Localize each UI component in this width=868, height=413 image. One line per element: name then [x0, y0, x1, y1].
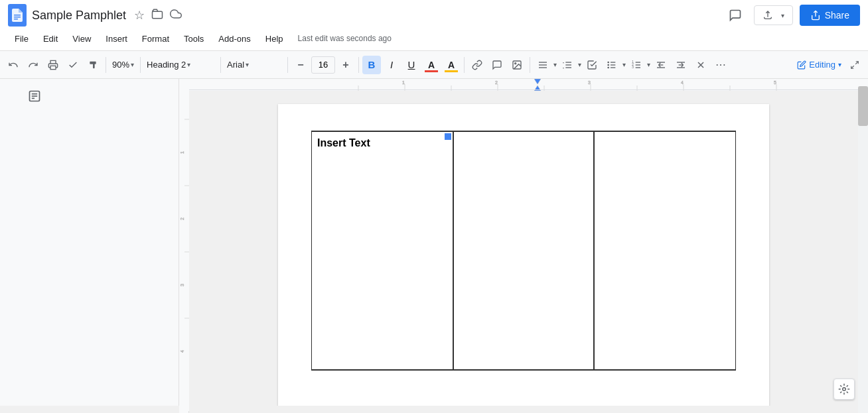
indent-less-btn[interactable] — [652, 56, 670, 74]
expand-btn[interactable] — [845, 56, 864, 74]
highlight-btn[interactable]: A — [442, 56, 461, 74]
ruler-svg: 1 2 3 4 5 — [179, 79, 868, 91]
vertical-ruler: 1 2 3 4 — [179, 86, 189, 413]
underline-btn[interactable]: U — [402, 56, 421, 74]
menu-bar: File Edit View Insert Format Tools Add-o… — [0, 27, 868, 50]
svg-text:2: 2 — [180, 217, 184, 220]
font-size-decrease-btn[interactable]: − — [291, 56, 310, 74]
clear-format-btn[interactable] — [691, 56, 710, 74]
menu-help[interactable]: Help — [259, 31, 290, 46]
table-cell-3[interactable] — [594, 131, 735, 370]
ruler: 1 2 3 4 5 — [179, 79, 868, 91]
sep4 — [287, 57, 288, 73]
assistant-btn[interactable] — [833, 379, 855, 400]
svg-text:1: 1 — [402, 80, 405, 85]
document-table[interactable]: Insert Text — [311, 131, 736, 371]
document-area[interactable]: 1 2 3 4 5 — [179, 79, 868, 406]
menu-format[interactable]: Format — [135, 31, 176, 46]
spellcheck-btn[interactable] — [64, 56, 82, 74]
editing-mode-label: Editing — [809, 60, 835, 70]
italic-btn[interactable]: I — [382, 56, 401, 74]
spacing-chevron[interactable]: ▾ — [578, 61, 581, 68]
page-wrapper: Insert Text — [179, 91, 868, 406]
menu-tools[interactable]: Tools — [177, 31, 210, 46]
comments-btn[interactable] — [723, 3, 747, 27]
header-right: ▾ Share — [723, 3, 860, 27]
share-button[interactable]: Share — [800, 5, 860, 26]
document-page[interactable]: Insert Text — [278, 104, 769, 406]
menu-insert[interactable]: Insert — [99, 31, 134, 46]
link-btn[interactable] — [468, 56, 486, 74]
doc-title[interactable]: Sample Pamphlet — [32, 9, 126, 23]
editing-mode-select[interactable]: Editing ▾ — [794, 56, 844, 74]
svg-rect-39 — [179, 79, 868, 91]
svg-text:5: 5 — [774, 80, 776, 85]
svg-text:2: 2 — [495, 80, 498, 85]
last-edit-status: Last edit was seconds ago — [298, 34, 392, 43]
svg-point-6 — [515, 62, 516, 64]
style-chevron: ▾ — [187, 61, 190, 68]
insert-text[interactable]: Insert Text — [317, 137, 370, 148]
menu-view[interactable]: View — [66, 31, 98, 46]
font-select[interactable]: Arial ▾ — [224, 56, 284, 74]
vertical-ruler-svg: 1 2 3 4 — [179, 86, 189, 411]
cloud-status-icon[interactable] — [170, 8, 182, 23]
font-chevron: ▾ — [246, 61, 249, 68]
menu-edit[interactable]: Edit — [36, 31, 64, 46]
share-label: Share — [825, 10, 849, 21]
svg-text:3: 3 — [588, 80, 591, 85]
outline-toggle[interactable] — [27, 88, 42, 104]
folder-icon[interactable] — [151, 8, 163, 23]
table-cell-1[interactable]: Insert Text — [312, 131, 453, 370]
align-chevron[interactable]: ▾ — [553, 61, 557, 68]
menu-file[interactable]: File — [8, 31, 35, 46]
paint-format-btn[interactable] — [84, 56, 102, 74]
align-btn[interactable] — [534, 56, 552, 74]
edit-icon — [797, 60, 806, 70]
svg-text:4: 4 — [681, 80, 684, 85]
bullet-chevron[interactable]: ▾ — [622, 61, 626, 68]
indent-more-btn[interactable] — [672, 56, 690, 74]
left-panel — [0, 79, 179, 406]
sep6 — [464, 57, 465, 73]
sep2 — [140, 57, 141, 73]
title-bar: Sample Pamphlet ☆ ▾ Share — [0, 0, 868, 27]
sep3 — [220, 57, 221, 73]
svg-rect-1 — [14, 17, 21, 18]
image-btn[interactable] — [508, 56, 526, 74]
line-spacing-btn[interactable] — [558, 56, 577, 74]
more-options-btn[interactable]: ⋯ — [711, 56, 730, 74]
font-size-input[interactable]: 16 — [311, 56, 335, 74]
scrollbar-track — [858, 86, 868, 413]
sep1 — [106, 57, 106, 73]
menu-addons[interactable]: Add-ons — [212, 31, 257, 46]
comment-btn[interactable] — [488, 56, 506, 74]
redo-btn[interactable] — [24, 56, 42, 74]
checklist-btn[interactable] — [583, 56, 601, 74]
table-cell-2[interactable] — [453, 131, 595, 370]
top-bar: Sample Pamphlet ☆ ▾ Share File Edit — [0, 0, 868, 51]
svg-text:4: 4 — [180, 350, 184, 353]
star-icon[interactable]: ☆ — [134, 8, 145, 23]
zoom-select[interactable]: 90% ▾ — [109, 56, 137, 74]
zoom-value: 90% — [112, 60, 129, 70]
print-btn[interactable] — [44, 56, 62, 74]
style-select[interactable]: Heading 2 ▾ — [144, 56, 217, 74]
sep5 — [358, 57, 359, 73]
svg-rect-0 — [14, 15, 21, 16]
sep7 — [530, 57, 530, 73]
svg-rect-58 — [179, 86, 189, 411]
move-to-btn[interactable]: ▾ — [754, 5, 793, 25]
text-color-btn[interactable]: A — [422, 56, 441, 74]
svg-point-18 — [608, 67, 609, 68]
cell-handle[interactable] — [445, 133, 451, 140]
bold-btn[interactable]: B — [362, 56, 381, 74]
numbered-list-btn[interactable]: 123 — [627, 56, 646, 74]
svg-rect-3 — [153, 11, 163, 19]
font-size-increase-btn[interactable]: + — [336, 56, 355, 74]
undo-btn[interactable] — [4, 56, 23, 74]
svg-text:1: 1 — [180, 151, 184, 154]
numbered-chevron[interactable]: ▾ — [647, 61, 650, 68]
scrollbar-thumb[interactable] — [858, 86, 868, 126]
bullet-list-btn[interactable] — [603, 56, 621, 74]
